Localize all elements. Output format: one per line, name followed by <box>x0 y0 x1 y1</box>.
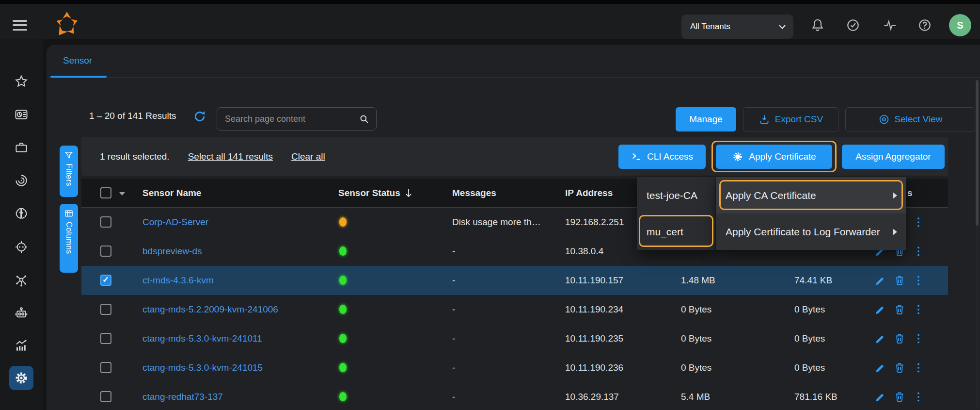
select-all-link[interactable]: Select all 141 results <box>188 151 273 162</box>
row-checkbox[interactable] <box>100 275 111 286</box>
assign-aggregator-button[interactable]: Assign Aggregator <box>842 145 945 169</box>
sidebar-item-dashboard[interactable] <box>10 103 32 126</box>
filters-tab[interactable]: Filters <box>60 146 78 197</box>
check-circle-icon[interactable] <box>846 18 860 33</box>
menu-item-mu-cert[interactable]: mu_cert <box>637 213 715 250</box>
activity-pulse-icon[interactable] <box>883 18 897 33</box>
edit-icon[interactable] <box>874 361 887 374</box>
chevron-down-icon <box>779 25 786 29</box>
columns-tab[interactable]: Columns <box>60 204 78 273</box>
sidebar-item-settings[interactable] <box>9 366 33 390</box>
table-row[interactable]: ctang-redhat73-137-10.36.29.1375.4 MB781… <box>81 382 948 410</box>
refresh-icon[interactable] <box>192 109 207 124</box>
sidebar-item-automation[interactable] <box>10 302 32 324</box>
checkbox-caret-icon[interactable] <box>119 192 125 196</box>
settings-gear-icon <box>14 370 29 386</box>
download-icon <box>759 114 770 125</box>
message-cell: - <box>452 266 455 295</box>
row-checkbox[interactable] <box>100 216 111 228</box>
edit-icon[interactable] <box>874 391 887 403</box>
select-all-checkbox[interactable] <box>100 187 111 198</box>
row-checkbox[interactable] <box>100 333 111 344</box>
delete-icon[interactable] <box>893 332 906 345</box>
sidebar-item-correlation[interactable] <box>10 269 32 292</box>
menu-item-apply-certificate-log-forwarder[interactable]: Apply Certificate to Log Forwarder <box>716 213 906 250</box>
sidebar-item-detections[interactable] <box>10 236 32 258</box>
header-ip-address[interactable]: IP Address <box>565 179 613 208</box>
menu-item-apply-ca-certificate[interactable]: Apply CA Certificate <box>716 177 906 213</box>
menu-icon[interactable] <box>13 20 27 31</box>
message-cell: - <box>452 324 455 353</box>
submenu-arrow-icon <box>893 192 897 199</box>
select-view-button[interactable]: Select View <box>845 107 975 131</box>
sidebar <box>0 39 43 410</box>
status-dot <box>339 392 347 401</box>
robot-icon <box>14 306 29 320</box>
sidebar-item-threat-hunting[interactable] <box>10 169 32 192</box>
table-row[interactable]: ctang-mds-5.2.2009-kvm-241006-10.11.190.… <box>81 295 948 324</box>
sidebar-item-cases[interactable] <box>10 136 32 159</box>
manage-button-label: Manage <box>689 114 723 125</box>
sensor-name-link[interactable]: bdspreview-ds <box>142 237 202 266</box>
header-messages[interactable]: Messages <box>452 179 496 208</box>
sensor-name-link[interactable]: ctang-redhat73-137 <box>142 382 223 410</box>
sensor-name-link[interactable]: ctang-mds-5.3.0-kvm-241011 <box>142 324 262 353</box>
sensor-name-link[interactable]: ctang-mds-5.3.0-kvm-241015 <box>142 353 263 382</box>
cli-access-button[interactable]: CLI Access <box>618 145 706 169</box>
export-csv-button[interactable]: Export CSV <box>743 107 838 131</box>
clear-all-link[interactable]: Clear all <box>291 151 325 162</box>
row-checkbox[interactable] <box>100 391 111 402</box>
sort-descending-icon <box>404 188 413 198</box>
tab-sensor[interactable]: Sensor <box>63 55 92 66</box>
menu-item-label: Apply CA Certificate <box>726 190 816 201</box>
topbar: All Tenants S <box>0 4 980 39</box>
manage-button[interactable]: Manage <box>676 107 736 131</box>
message-cell: - <box>452 295 455 324</box>
user-avatar[interactable]: S <box>949 14 971 36</box>
search-input[interactable] <box>217 114 359 124</box>
tenant-selector-label: All Tenants <box>681 22 779 32</box>
edit-icon[interactable] <box>874 274 887 287</box>
sidebar-item-favorites[interactable] <box>10 70 32 93</box>
row-checkbox[interactable] <box>100 362 111 373</box>
delete-icon[interactable] <box>893 274 906 287</box>
more-actions-icon[interactable] <box>912 332 925 345</box>
sidebar-item-ai-intelligence[interactable] <box>10 202 32 225</box>
edit-icon[interactable] <box>874 332 887 345</box>
row-checkbox[interactable] <box>100 246 111 257</box>
filters-tab-label: Filters <box>64 164 73 186</box>
ip-address-cell: 10.38.0.4 <box>565 237 603 266</box>
tenant-selector[interactable]: All Tenants <box>681 15 793 39</box>
more-actions-icon[interactable] <box>912 361 925 374</box>
edit-icon[interactable] <box>874 303 887 316</box>
delete-icon[interactable] <box>893 303 906 316</box>
size-cell-a: 0 Bytes <box>681 353 711 382</box>
more-actions-icon[interactable] <box>912 245 925 258</box>
notifications-bell-icon[interactable] <box>810 18 825 33</box>
apply-certificate-label: Apply Certificate <box>749 151 816 162</box>
table-row[interactable]: ctang-mds-5.3.0-kvm-241015-10.11.190.236… <box>81 353 948 382</box>
sensor-name-link[interactable]: ct-mds-4.3.6-kvm <box>142 266 214 295</box>
menu-item-label: test-joe-CA <box>647 190 697 201</box>
delete-icon[interactable] <box>893 361 906 374</box>
scrollbar-thumb[interactable] <box>976 80 979 226</box>
sensor-name-link[interactable]: Corp-AD-Server <box>142 208 208 237</box>
more-actions-icon[interactable] <box>912 274 925 287</box>
more-actions-icon[interactable] <box>912 391 925 403</box>
status-dot <box>339 246 347 256</box>
apply-certificate-button[interactable]: Apply Certificate <box>716 145 832 169</box>
table-row[interactable]: ctang-mds-5.3.0-kvm-241011-10.11.190.235… <box>81 324 948 353</box>
table-row[interactable]: ct-mds-4.3.6-kvm-10.11.190.1571.48 MB74.… <box>81 266 948 295</box>
header-sensor-status[interactable]: Sensor Status <box>338 179 400 208</box>
header-sensor-name[interactable]: Sensor Name <box>142 179 201 208</box>
menu-item-test-joe-ca[interactable]: test-joe-CA <box>637 177 715 213</box>
sensor-name-link[interactable]: ctang-mds-5.2.2009-kvm-241006 <box>142 295 278 324</box>
delete-icon[interactable] <box>893 391 906 403</box>
sidebar-item-reports[interactable] <box>10 334 32 357</box>
more-actions-icon[interactable] <box>912 216 925 229</box>
help-icon[interactable] <box>917 18 932 33</box>
more-actions-icon[interactable] <box>912 303 925 316</box>
row-checkbox[interactable] <box>100 304 111 315</box>
size-cell-a: 5.4 MB <box>681 382 710 410</box>
assign-aggregator-label: Assign Aggregator <box>855 151 931 162</box>
